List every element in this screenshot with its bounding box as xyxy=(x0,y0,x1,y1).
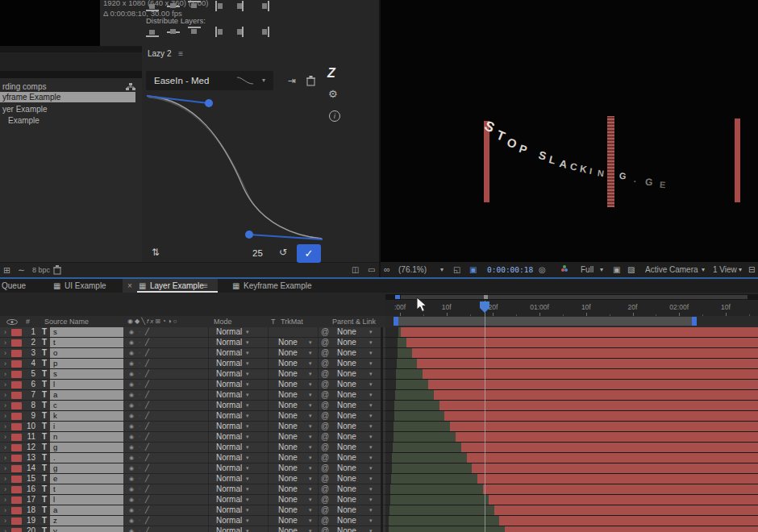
layer-color-swatch[interactable] xyxy=(11,455,22,462)
snapshot-camera-icon[interactable]: ◎ xyxy=(539,262,546,277)
layer-name[interactable]: a xyxy=(50,505,123,515)
viewer-timecode[interactable]: 0:00:00:18 xyxy=(487,262,533,277)
layer-bar-pre[interactable] xyxy=(389,505,494,515)
layer-track[interactable] xyxy=(385,505,758,516)
blend-mode-dropdown[interactable]: Normal xyxy=(216,369,242,379)
layer-duration-bar[interactable] xyxy=(417,359,758,368)
align-icon[interactable] xyxy=(215,1,228,11)
quality-slash-icon[interactable]: ╱ xyxy=(145,401,149,410)
expand-arrow-icon[interactable]: › xyxy=(4,484,6,494)
trkmat-dropdown[interactable]: None xyxy=(278,411,298,421)
quality-switch-icon[interactable]: ◉ xyxy=(129,495,134,505)
proxy-icon[interactable]: ∼ xyxy=(18,265,25,276)
parent-dropdown[interactable]: None xyxy=(337,369,356,379)
gear-icon[interactable]: ⚙ xyxy=(328,88,338,100)
trkmat-dropdown[interactable]: None xyxy=(278,348,298,358)
layer-duration-bar[interactable] xyxy=(439,401,758,410)
column-parent-link[interactable]: Parent & Link xyxy=(332,316,376,327)
interpret-footage-icon[interactable]: ⊞ xyxy=(3,265,10,276)
layer-row[interactable]: ›1Ts◉·╱Normal▾@None▾ xyxy=(0,327,385,338)
layer-color-swatch[interactable] xyxy=(11,444,22,451)
column-source-name[interactable]: Source Name xyxy=(44,316,89,327)
layer-row[interactable]: ›2Tt◉·╱Normal▾None▾@None▾ xyxy=(0,338,385,348)
scroll-marker-blue[interactable] xyxy=(395,295,400,299)
layer-row[interactable]: ›20Ty◉·╱Normal▾None▾@None▾ xyxy=(0,526,385,532)
parent-dropdown[interactable]: None xyxy=(337,401,356,410)
parent-dropdown[interactable]: None xyxy=(337,338,356,347)
expand-arrow-icon[interactable]: › xyxy=(4,390,6,400)
layer-name[interactable]: o xyxy=(50,348,123,358)
expand-arrow-icon[interactable]: › xyxy=(4,422,6,431)
column-trkmat[interactable]: TrkMat xyxy=(281,316,303,327)
align-icon[interactable] xyxy=(236,1,249,11)
parent-pickwhip-icon[interactable]: @ xyxy=(321,443,329,452)
trkmat-dropdown[interactable]: None xyxy=(278,505,298,515)
blend-mode-dropdown[interactable]: Normal xyxy=(216,338,242,347)
layer-row[interactable]: ›15Te◉·╱Normal▾None▾@None▾ xyxy=(0,474,385,484)
fx-switch-icon[interactable]: · xyxy=(139,526,140,532)
expand-arrow-icon[interactable]: › xyxy=(4,411,6,421)
apply-to-keyframes-button[interactable]: ⇥ xyxy=(284,73,300,89)
layer-bar-pre[interactable] xyxy=(398,348,412,358)
playhead-handle[interactable] xyxy=(480,301,490,314)
quality-switch-icon[interactable]: ◉ xyxy=(129,516,134,526)
fx-switch-icon[interactable]: · xyxy=(139,474,140,484)
panel-menu-icon[interactable]: ≡ xyxy=(178,49,183,58)
parent-dropdown[interactable]: None xyxy=(337,526,356,532)
layer-bar-pre[interactable] xyxy=(394,401,439,410)
layer-duration-bar[interactable] xyxy=(456,432,758,442)
layer-name[interactable]: c xyxy=(50,401,123,410)
layer-duration-bar[interactable] xyxy=(412,348,758,358)
quality-switch-icon[interactable]: ◉ xyxy=(129,432,134,442)
parent-pickwhip-icon[interactable]: @ xyxy=(321,359,329,368)
layer-color-swatch[interactable] xyxy=(11,339,22,347)
quality-switch-icon[interactable]: ◉ xyxy=(129,463,134,473)
quality-switch-icon[interactable]: ◉ xyxy=(129,505,134,515)
align-icon[interactable] xyxy=(215,27,228,37)
align-icon[interactable] xyxy=(146,1,159,11)
layer-track[interactable] xyxy=(385,463,758,474)
quality-switch-icon[interactable]: ◉ xyxy=(129,359,134,368)
playhead-line[interactable] xyxy=(485,301,485,532)
quality-switch-icon[interactable]: ◉ xyxy=(129,474,134,484)
trkmat-dropdown[interactable]: None xyxy=(278,369,298,379)
quality-slash-icon[interactable]: ╱ xyxy=(145,474,149,484)
parent-pickwhip-icon[interactable]: @ xyxy=(321,526,329,532)
trkmat-dropdown[interactable]: None xyxy=(278,495,298,505)
quality-switch-icon[interactable]: ◉ xyxy=(129,327,134,337)
fx-switch-icon[interactable]: · xyxy=(139,327,140,337)
blend-mode-dropdown[interactable]: Normal xyxy=(216,432,242,442)
layer-name[interactable]: n xyxy=(50,432,123,442)
layer-bar-pre[interactable] xyxy=(389,526,506,532)
layer-track[interactable] xyxy=(385,348,758,359)
layer-bar-pre[interactable] xyxy=(392,453,466,463)
layer-color-swatch[interactable] xyxy=(11,517,22,525)
expand-arrow-icon[interactable]: › xyxy=(4,453,6,463)
layer-row[interactable]: ›7Ta◉·╱Normal▾None▾@None▾ xyxy=(0,390,385,401)
fx-switch-icon[interactable]: · xyxy=(139,390,140,400)
parent-dropdown[interactable]: None xyxy=(337,516,356,526)
parent-pickwhip-icon[interactable]: @ xyxy=(321,484,329,494)
layer-track[interactable] xyxy=(385,422,758,432)
trkmat-dropdown[interactable]: None xyxy=(278,463,298,473)
layer-color-swatch[interactable] xyxy=(11,497,22,504)
layer-color-swatch[interactable] xyxy=(11,392,22,399)
layer-track[interactable] xyxy=(385,453,758,463)
trkmat-dropdown[interactable]: None xyxy=(278,526,298,532)
parent-pickwhip-icon[interactable]: @ xyxy=(321,327,329,337)
layer-color-swatch[interactable] xyxy=(11,423,22,430)
parent-pickwhip-icon[interactable]: @ xyxy=(321,432,329,442)
fx-switch-icon[interactable]: · xyxy=(139,359,140,368)
quality-slash-icon[interactable]: ╱ xyxy=(145,422,149,431)
trkmat-dropdown[interactable]: None xyxy=(278,516,298,526)
align-icon[interactable] xyxy=(167,27,180,37)
expand-arrow-icon[interactable]: › xyxy=(4,516,6,526)
parent-dropdown[interactable]: None xyxy=(337,474,356,484)
layer-color-swatch[interactable] xyxy=(11,476,22,483)
project-item-keyframe-example[interactable]: yframe Example xyxy=(0,92,135,102)
layer-color-swatch[interactable] xyxy=(11,465,22,472)
quality-switch-icon[interactable]: ◉ xyxy=(129,401,134,410)
trkmat-dropdown[interactable]: None xyxy=(278,401,298,410)
layer-bar-pre[interactable] xyxy=(392,463,473,473)
layer-duration-bar[interactable] xyxy=(423,369,758,379)
